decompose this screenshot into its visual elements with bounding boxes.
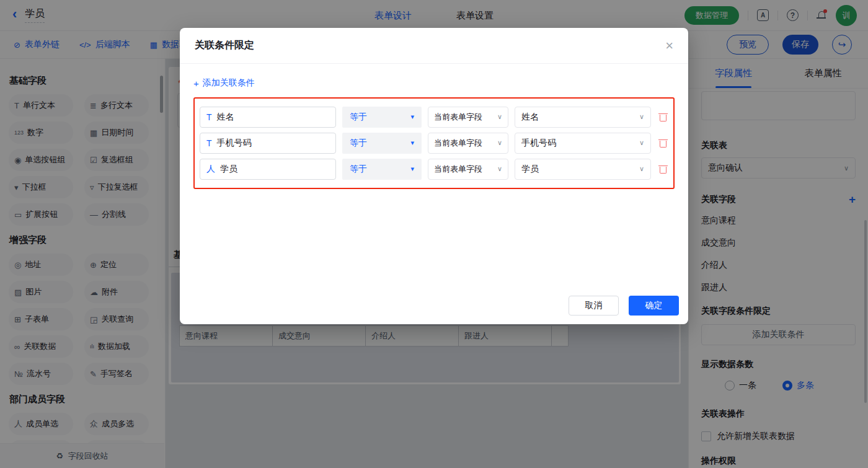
condition-row: 人学员等于▾当前表单字段∨学员∨: [200, 159, 668, 180]
value-value: 学员: [521, 164, 539, 175]
value-select[interactable]: 手机号码∨: [515, 133, 651, 154]
source-value: 当前表单字段: [434, 138, 482, 149]
operator-select[interactable]: 等于▾: [342, 107, 422, 128]
value-value: 手机号码: [521, 138, 556, 149]
caret-down-icon: ▾: [410, 113, 414, 121]
operator-value: 等于: [350, 138, 367, 149]
delete-condition-icon[interactable]: [659, 139, 667, 148]
chevron-down-icon: ∨: [497, 113, 502, 121]
chevron-down-icon: ∨: [639, 139, 644, 147]
source-select[interactable]: 当前表单字段∨: [428, 159, 508, 180]
condition-annotation-box: T姓名等于▾当前表单字段∨姓名∨T手机号码等于▾当前表单字段∨手机号码∨人学员等…: [193, 97, 675, 189]
operator-select[interactable]: 等于▾: [342, 159, 422, 180]
single-text-icon: T: [206, 138, 212, 148]
add-condition-link[interactable]: + 添加关联条件: [193, 77, 255, 89]
chevron-down-icon: ∨: [639, 165, 644, 173]
condition-row: T姓名等于▾当前表单字段∨姓名∨: [200, 107, 668, 128]
condition-field-input[interactable]: 人学员: [200, 159, 336, 180]
condition-field-value: 姓名: [217, 112, 234, 123]
source-value: 当前表单字段: [434, 164, 482, 175]
plus-icon: +: [193, 78, 199, 89]
confirm-button[interactable]: 确定: [629, 296, 679, 316]
caret-down-icon: ▾: [410, 165, 414, 173]
operator-value: 等于: [350, 112, 367, 123]
source-value: 当前表单字段: [434, 112, 482, 123]
chevron-down-icon: ∨: [639, 113, 644, 121]
delete-condition-icon[interactable]: [659, 113, 667, 121]
close-icon[interactable]: ×: [665, 39, 673, 53]
condition-field-input[interactable]: T姓名: [200, 107, 336, 128]
operator-select[interactable]: 等于▾: [342, 133, 422, 154]
source-select[interactable]: 当前表单字段∨: [428, 107, 508, 128]
condition-modal: 关联条件限定 × + 添加关联条件 T姓名等于▾当前表单字段∨姓名∨T手机号码等…: [180, 28, 688, 324]
add-condition-link-label: 添加关联条件: [203, 77, 255, 89]
value-select[interactable]: 学员∨: [515, 159, 651, 180]
chevron-down-icon: ∨: [497, 139, 502, 147]
condition-row: T手机号码等于▾当前表单字段∨手机号码∨: [200, 133, 668, 154]
value-select[interactable]: 姓名∨: [515, 107, 651, 128]
caret-down-icon: ▾: [410, 139, 414, 147]
delete-condition-icon[interactable]: [659, 165, 667, 174]
person-icon: 人: [206, 164, 215, 175]
condition-field-value: 学员: [220, 164, 237, 175]
cancel-button[interactable]: 取消: [569, 296, 619, 316]
modal-title: 关联条件限定: [195, 39, 254, 52]
chevron-down-icon: ∨: [497, 165, 502, 173]
operator-value: 等于: [350, 164, 367, 175]
app-root: ‹ 学员 表单设计表单设置 数据管理 A ? 训 ⊘表单外链</>后端脚本▦数据…: [0, 0, 868, 468]
condition-field-input[interactable]: T手机号码: [200, 133, 336, 154]
condition-field-value: 手机号码: [217, 138, 252, 149]
source-select[interactable]: 当前表单字段∨: [428, 133, 508, 154]
single-text-icon: T: [206, 112, 212, 122]
value-value: 姓名: [521, 112, 539, 123]
